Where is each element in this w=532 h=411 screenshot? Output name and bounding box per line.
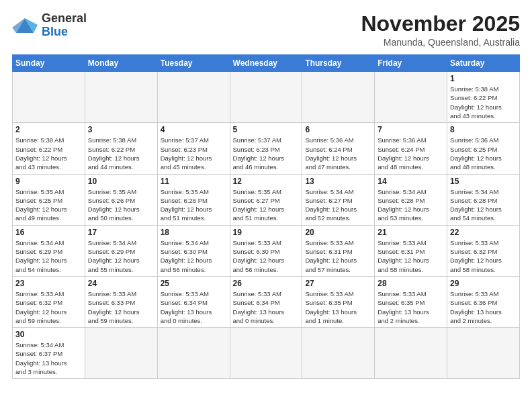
- calendar-day: 5Sunrise: 5:37 AM Sunset: 6:23 PM Daylig…: [230, 123, 302, 174]
- day-info: Sunrise: 5:36 AM Sunset: 6:25 PM Dayligh…: [450, 136, 517, 171]
- page: General Blue November 2025 Manunda, Quee…: [0, 0, 532, 411]
- day-info: Sunrise: 5:37 AM Sunset: 6:23 PM Dayligh…: [233, 136, 300, 171]
- day-number: 20: [305, 228, 371, 237]
- calendar-day: 3Sunrise: 5:38 AM Sunset: 6:22 PM Daylig…: [85, 123, 157, 174]
- day-info: Sunrise: 5:33 AM Sunset: 6:32 PM Dayligh…: [15, 289, 82, 325]
- day-number: 19: [233, 228, 300, 237]
- day-number: 17: [88, 228, 154, 237]
- calendar-day: 29Sunrise: 5:33 AM Sunset: 6:36 PM Dayli…: [447, 276, 520, 327]
- weekday-header-monday: Monday: [85, 55, 157, 72]
- day-info: Sunrise: 5:38 AM Sunset: 6:22 PM Dayligh…: [88, 136, 154, 171]
- calendar-day: [13, 72, 85, 123]
- calendar-week-4: 16Sunrise: 5:34 AM Sunset: 6:29 PM Dayli…: [13, 225, 520, 276]
- calendar-day: 24Sunrise: 5:33 AM Sunset: 6:33 PM Dayli…: [85, 276, 157, 327]
- day-number: 22: [450, 228, 517, 237]
- calendar-day: 27Sunrise: 5:33 AM Sunset: 6:35 PM Dayli…: [302, 276, 375, 327]
- calendar-day: 1Sunrise: 5:38 AM Sunset: 6:22 PM Daylig…: [447, 72, 520, 123]
- day-number: 10: [88, 177, 154, 186]
- day-number: 11: [161, 177, 227, 186]
- day-number: 16: [15, 228, 82, 237]
- calendar-day: 16Sunrise: 5:34 AM Sunset: 6:29 PM Dayli…: [13, 225, 85, 276]
- calendar-day: 21Sunrise: 5:33 AM Sunset: 6:31 PM Dayli…: [375, 225, 447, 276]
- calendar-day: 22Sunrise: 5:33 AM Sunset: 6:32 PM Dayli…: [447, 225, 520, 276]
- day-number: 25: [161, 279, 227, 288]
- calendar-day: [302, 328, 375, 379]
- logo-general: General: [42, 11, 87, 25]
- calendar-day: [375, 328, 447, 379]
- calendar-day: [447, 328, 520, 379]
- calendar-day: 14Sunrise: 5:34 AM Sunset: 6:28 PM Dayli…: [375, 174, 447, 225]
- calendar-day: 11Sunrise: 5:35 AM Sunset: 6:26 PM Dayli…: [157, 174, 230, 225]
- day-number: 30: [15, 330, 82, 339]
- day-info: Sunrise: 5:35 AM Sunset: 6:26 PM Dayligh…: [161, 187, 227, 223]
- day-info: Sunrise: 5:35 AM Sunset: 6:27 PM Dayligh…: [233, 187, 300, 223]
- day-info: Sunrise: 5:33 AM Sunset: 6:33 PM Dayligh…: [88, 289, 154, 325]
- day-info: Sunrise: 5:33 AM Sunset: 6:31 PM Dayligh…: [305, 238, 371, 274]
- day-info: Sunrise: 5:33 AM Sunset: 6:34 PM Dayligh…: [233, 289, 300, 325]
- calendar-week-5: 23Sunrise: 5:33 AM Sunset: 6:32 PM Dayli…: [13, 276, 520, 327]
- day-number: 3: [88, 125, 154, 134]
- day-number: 27: [305, 279, 371, 288]
- calendar-day: 6Sunrise: 5:36 AM Sunset: 6:24 PM Daylig…: [302, 123, 375, 174]
- calendar-day: [85, 328, 157, 379]
- day-info: Sunrise: 5:33 AM Sunset: 6:30 PM Dayligh…: [233, 238, 300, 274]
- title-block: November 2025 Manunda, Queensland, Austr…: [361, 12, 520, 48]
- logo: General Blue: [12, 12, 87, 39]
- calendar-day: 7Sunrise: 5:36 AM Sunset: 6:24 PM Daylig…: [375, 123, 447, 174]
- day-number: 7: [378, 125, 444, 134]
- weekday-header-friday: Friday: [375, 55, 447, 72]
- day-info: Sunrise: 5:33 AM Sunset: 6:35 PM Dayligh…: [305, 289, 371, 325]
- calendar-day: 25Sunrise: 5:33 AM Sunset: 6:34 PM Dayli…: [157, 276, 230, 327]
- calendar-day: [85, 72, 157, 123]
- day-number: 28: [378, 279, 444, 288]
- calendar-day: [302, 72, 375, 123]
- day-number: 26: [233, 279, 300, 288]
- calendar-day: 13Sunrise: 5:34 AM Sunset: 6:27 PM Dayli…: [302, 174, 375, 225]
- day-number: 23: [15, 279, 82, 288]
- day-info: Sunrise: 5:36 AM Sunset: 6:24 PM Dayligh…: [305, 136, 371, 171]
- day-number: 21: [378, 228, 444, 237]
- day-info: Sunrise: 5:33 AM Sunset: 6:34 PM Dayligh…: [161, 289, 227, 325]
- day-info: Sunrise: 5:34 AM Sunset: 6:28 PM Dayligh…: [450, 187, 517, 223]
- logo-blue: Blue: [42, 25, 68, 38]
- day-number: 12: [233, 177, 300, 186]
- calendar-day: 10Sunrise: 5:35 AM Sunset: 6:26 PM Dayli…: [85, 174, 157, 225]
- calendar-day: 12Sunrise: 5:35 AM Sunset: 6:27 PM Dayli…: [230, 174, 302, 225]
- day-number: 6: [305, 125, 371, 134]
- day-info: Sunrise: 5:33 AM Sunset: 6:31 PM Dayligh…: [378, 238, 444, 274]
- calendar-day: 2Sunrise: 5:38 AM Sunset: 6:22 PM Daylig…: [13, 123, 85, 174]
- day-info: Sunrise: 5:35 AM Sunset: 6:25 PM Dayligh…: [15, 187, 82, 223]
- calendar-day: 26Sunrise: 5:33 AM Sunset: 6:34 PM Dayli…: [230, 276, 302, 327]
- calendar-day: 4Sunrise: 5:37 AM Sunset: 6:23 PM Daylig…: [157, 123, 230, 174]
- day-info: Sunrise: 5:37 AM Sunset: 6:23 PM Dayligh…: [161, 136, 227, 171]
- day-number: 8: [450, 125, 517, 134]
- day-info: Sunrise: 5:34 AM Sunset: 6:29 PM Dayligh…: [15, 238, 82, 274]
- weekday-header-saturday: Saturday: [447, 55, 520, 72]
- day-info: Sunrise: 5:38 AM Sunset: 6:22 PM Dayligh…: [15, 136, 82, 171]
- day-number: 18: [161, 228, 227, 237]
- day-number: 29: [450, 279, 517, 288]
- day-info: Sunrise: 5:38 AM Sunset: 6:22 PM Dayligh…: [450, 85, 517, 120]
- day-info: Sunrise: 5:33 AM Sunset: 6:36 PM Dayligh…: [450, 289, 517, 325]
- day-info: Sunrise: 5:34 AM Sunset: 6:30 PM Dayligh…: [161, 238, 227, 274]
- day-info: Sunrise: 5:36 AM Sunset: 6:24 PM Dayligh…: [378, 136, 444, 171]
- day-number: 13: [305, 177, 371, 186]
- day-info: Sunrise: 5:33 AM Sunset: 6:32 PM Dayligh…: [450, 238, 517, 274]
- generalblue-logo-icon: [12, 13, 38, 38]
- calendar-day: 17Sunrise: 5:34 AM Sunset: 6:29 PM Dayli…: [85, 225, 157, 276]
- calendar-week-2: 2Sunrise: 5:38 AM Sunset: 6:22 PM Daylig…: [13, 123, 520, 174]
- calendar-day: 15Sunrise: 5:34 AM Sunset: 6:28 PM Dayli…: [447, 174, 520, 225]
- calendar-day: [157, 72, 230, 123]
- calendar-day: [375, 72, 447, 123]
- calendar-day: 19Sunrise: 5:33 AM Sunset: 6:30 PM Dayli…: [230, 225, 302, 276]
- weekday-header-tuesday: Tuesday: [157, 55, 230, 72]
- calendar-week-6: 30Sunrise: 5:34 AM Sunset: 6:37 PM Dayli…: [13, 328, 520, 379]
- calendar-day: 18Sunrise: 5:34 AM Sunset: 6:30 PM Dayli…: [157, 225, 230, 276]
- day-info: Sunrise: 5:35 AM Sunset: 6:26 PM Dayligh…: [88, 187, 154, 223]
- day-info: Sunrise: 5:33 AM Sunset: 6:35 PM Dayligh…: [378, 289, 444, 325]
- day-info: Sunrise: 5:34 AM Sunset: 6:29 PM Dayligh…: [88, 238, 154, 274]
- calendar-day: [157, 328, 230, 379]
- weekday-header-wednesday: Wednesday: [230, 55, 302, 72]
- calendar-day: [230, 328, 302, 379]
- day-number: 5: [233, 125, 300, 134]
